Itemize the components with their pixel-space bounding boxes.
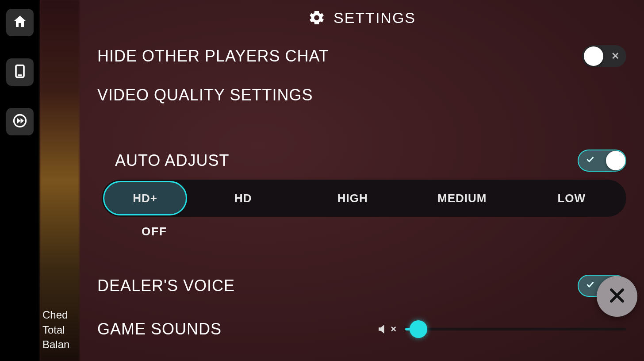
auto-adjust-label: AUTO ADJUST (97, 151, 229, 170)
fast-forward-icon (12, 113, 28, 131)
hide-chat-toggle[interactable]: ✕ (582, 45, 626, 67)
quality-segment-wrapper: HD+ HD HIGH MEDIUM LOW OFF (97, 177, 626, 238)
bg-line-1: Ched (42, 307, 69, 323)
close-icon: ✕ (611, 50, 619, 62)
gear-icon (308, 9, 326, 27)
check-icon (586, 155, 594, 166)
toggle-knob (584, 46, 603, 66)
settings-panel: SETTINGS HIDE OTHER PLAYERS CHAT ✕ VIDEO… (80, 0, 644, 361)
dealers-voice-label: DEALER'S VOICE (97, 277, 235, 295)
background-game-sliver (40, 0, 80, 361)
game-sounds-control: × (376, 323, 626, 336)
auto-adjust-toggle[interactable] (578, 150, 626, 172)
quality-option-low[interactable]: LOW (517, 180, 627, 217)
close-icon (607, 286, 627, 307)
page-title: SETTINGS (334, 9, 416, 27)
mute-icon[interactable]: × (376, 323, 396, 336)
check-icon (586, 280, 594, 292)
left-rail (0, 0, 40, 361)
quality-option-hd-plus[interactable]: HD+ (103, 181, 187, 215)
toggle-knob (606, 151, 625, 170)
row-hide-chat: HIDE OTHER PLAYERS CHAT ✕ (97, 40, 626, 73)
bg-line-3: Balan (42, 337, 69, 352)
hide-chat-label: HIDE OTHER PLAYERS CHAT (97, 47, 329, 65)
close-button[interactable] (597, 276, 637, 317)
quality-option-medium[interactable]: MEDIUM (407, 180, 517, 217)
row-dealers-voice: DEALER'S VOICE (97, 269, 626, 302)
mute-x-glyph: × (391, 323, 396, 335)
panel-header: SETTINGS (97, 0, 626, 40)
fast-forward-button[interactable] (6, 108, 34, 135)
device-button[interactable] (6, 58, 34, 86)
bg-line-2: Total (42, 323, 69, 338)
video-quality-section-title: VIDEO QUALITY SETTINGS (97, 73, 626, 113)
home-icon (12, 14, 28, 31)
row-auto-adjust: AUTO ADJUST (97, 144, 626, 177)
home-button[interactable] (6, 9, 34, 36)
game-sounds-slider[interactable] (405, 328, 626, 330)
tablet-icon (12, 63, 28, 81)
row-game-sounds: GAME SOUNDS × (97, 302, 626, 344)
slider-handle[interactable] (410, 320, 427, 338)
quality-off-label: OFF (102, 217, 626, 238)
background-status-text: Ched Total Balan (42, 307, 69, 352)
quality-segmented-control: HD+ HD HIGH MEDIUM LOW (102, 180, 626, 217)
game-sounds-label: GAME SOUNDS (97, 320, 222, 338)
quality-option-hd[interactable]: HD (188, 180, 298, 217)
quality-option-high[interactable]: HIGH (298, 180, 408, 217)
